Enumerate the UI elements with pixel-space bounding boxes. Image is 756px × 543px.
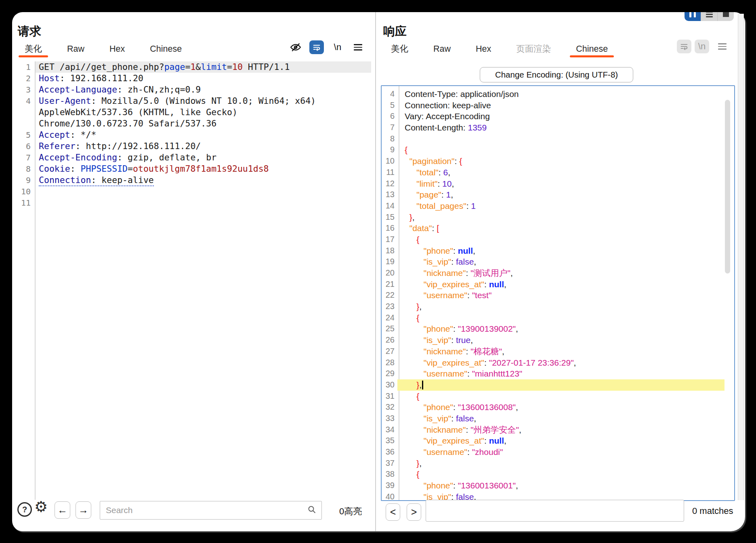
- line-number: 23: [382, 301, 397, 312]
- newline-icon-inactive[interactable]: \n: [695, 40, 709, 53]
- response-editor[interactable]: 4Content-Type: application/json5Connecti…: [381, 85, 735, 501]
- line-number: 13: [382, 189, 397, 200]
- line-number: 35: [382, 435, 397, 446]
- code-line: 12 "limit": 10,: [382, 178, 734, 189]
- line-number: 1: [12, 61, 35, 73]
- line-number: 2: [12, 73, 35, 84]
- code-text: "username": "test": [397, 290, 724, 301]
- tab-hex[interactable]: Hex: [102, 41, 132, 57]
- code-text: "is_vip": false,: [397, 256, 724, 267]
- wrap-lines-icon-inactive[interactable]: [677, 40, 691, 53]
- line-number: 40: [382, 491, 397, 501]
- code-line: 10: [12, 186, 375, 197]
- code-text: "page": 1,: [397, 189, 724, 200]
- response-search-input[interactable]: [426, 500, 684, 521]
- line-number: 33: [382, 413, 397, 424]
- code-text: "phone": null,: [397, 245, 724, 257]
- line-number: 28: [382, 357, 397, 368]
- code-text: User-Agent: Mozilla/5.0 (Windows NT 10.0…: [35, 95, 371, 107]
- line-number: 25: [382, 323, 397, 335]
- code-text: {: [397, 469, 724, 480]
- code-line: 4User-Agent: Mozilla/5.0 (Windows NT 10.…: [12, 95, 375, 107]
- line-number: 8: [382, 133, 397, 145]
- code-text: Content-Type: application/json: [397, 88, 724, 100]
- hide-invisibles-icon[interactable]: [288, 40, 303, 54]
- line-number: 31: [382, 391, 397, 402]
- code-line: 35 "vip_expires_at": null,: [382, 435, 734, 446]
- search-icon: [307, 505, 317, 516]
- tab-hex[interactable]: Hex: [468, 41, 498, 57]
- line-number: 16: [382, 223, 397, 234]
- code-line: 11 "total": 6,: [382, 167, 734, 178]
- line-number: 36: [382, 446, 397, 458]
- code-text: {: [397, 312, 724, 324]
- line-number: 8: [12, 163, 35, 175]
- prev-highlight-button[interactable]: ←: [55, 501, 70, 519]
- code-line: 26 "is_vip": true,: [382, 335, 734, 346]
- tab-chinese[interactable]: Chinese: [569, 41, 615, 57]
- line-number: 7: [12, 152, 35, 163]
- code-text: "nickname": "测试用户",: [397, 267, 724, 279]
- line-number: 5: [12, 129, 35, 141]
- next-highlight-button[interactable]: →: [76, 501, 91, 519]
- response-scrollbar-thumb[interactable]: [725, 100, 730, 274]
- code-text: Referer: http://192.168.111.20/: [35, 141, 371, 152]
- settings-gear-icon[interactable]: ⚙: [34, 499, 48, 514]
- tab-chinese[interactable]: Chinese: [143, 41, 189, 57]
- tab-beautify[interactable]: 美化: [384, 41, 416, 57]
- tab-beautify[interactable]: 美化: [17, 41, 49, 57]
- line-number: 11: [382, 167, 397, 178]
- prev-match-button[interactable]: <: [386, 503, 400, 521]
- code-text: Accept-Encoding: gzip, deflate, br: [35, 152, 371, 163]
- newline-icon-label: \n: [334, 42, 341, 53]
- line-number: 18: [382, 245, 397, 257]
- code-line: 9{: [382, 144, 734, 156]
- change-encoding-button[interactable]: Change Encoding: (Using UTF-8): [480, 67, 633, 82]
- newline-icon[interactable]: \n: [330, 40, 345, 54]
- code-line: 30 },: [382, 379, 734, 391]
- highlight-count-label: 0高亮: [339, 505, 362, 518]
- code-text: "is_vip": true,: [397, 335, 724, 346]
- line-number: 37: [382, 458, 397, 469]
- code-line: 1GET /api//get_phone.php?page=1&limit=10…: [12, 61, 375, 73]
- code-text: [397, 133, 724, 145]
- line-number: 34: [382, 424, 397, 436]
- response-search-box: [426, 500, 684, 522]
- line-number: 38: [382, 469, 397, 480]
- request-editor[interactable]: 1GET /api//get_phone.php?page=1&limit=10…: [12, 61, 375, 500]
- line-number: 26: [382, 335, 397, 346]
- code-text: "nickname": "棉花糖",: [397, 346, 724, 357]
- proxy-tool-window: 请求 美化RawHexChinese \n 1GET /api//get_pho…: [12, 12, 745, 531]
- code-line: 8: [382, 133, 734, 145]
- response-tab-bar: 美化RawHex页面渲染Chinese: [384, 41, 626, 57]
- code-line: 33 "is_vip": false,: [382, 413, 734, 424]
- code-line: 3Accept-Language: zh-CN,zh;q=0.9: [12, 84, 375, 95]
- tab-raw[interactable]: Raw: [426, 41, 458, 57]
- line-number: [12, 118, 35, 129]
- code-text: },: [397, 458, 724, 469]
- response-menu-icon[interactable]: [715, 40, 729, 53]
- code-text: "limit": 10,: [397, 178, 724, 189]
- code-line: 32 "phone": "13600136008",: [382, 402, 734, 413]
- request-panel-title: 请求: [18, 23, 41, 40]
- code-line: 2Host: 192.168.111.20: [12, 73, 375, 84]
- code-text: "username": "zhoudi": [397, 446, 724, 458]
- window-scrollbar-track[interactable]: [738, 14, 744, 500]
- request-search-box: [100, 501, 322, 520]
- line-number: 4: [382, 88, 397, 100]
- code-line: AppleWebKit/537.36 (KHTML, like Gecko): [12, 107, 375, 118]
- next-match-button[interactable]: >: [407, 503, 421, 521]
- request-search-input[interactable]: [100, 505, 307, 515]
- request-menu-icon[interactable]: [351, 40, 365, 54]
- tab-raw[interactable]: Raw: [60, 41, 92, 57]
- code-text: "total_pages": 1: [397, 200, 724, 212]
- request-tab-bar: 美化RawHexChinese: [17, 41, 200, 57]
- wrap-lines-icon[interactable]: [309, 40, 324, 54]
- help-icon[interactable]: ?: [17, 502, 32, 517]
- newline-icon-label: \n: [698, 41, 706, 52]
- line-number: 9: [382, 144, 397, 156]
- code-line: 21 "vip_expires_at": null,: [382, 279, 734, 290]
- code-line: 24 {: [382, 312, 734, 324]
- code-line: 22 "username": "test": [382, 290, 734, 301]
- code-text: GET /api//get_phone.php?page=1&limit=10 …: [35, 61, 371, 73]
